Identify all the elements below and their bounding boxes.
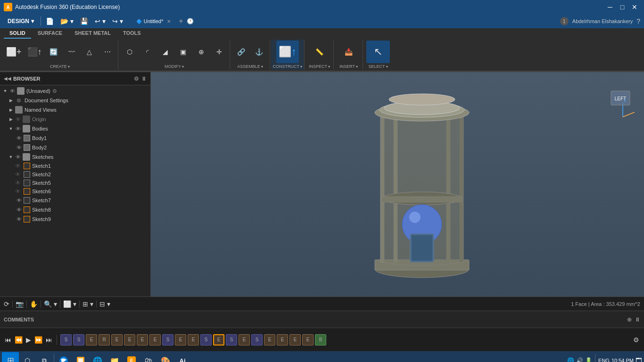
tray-notification-icon[interactable]: 🗔 <box>636 357 642 362</box>
maximize-button[interactable]: □ <box>617 2 628 12</box>
store-button[interactable]: 🛍 <box>140 352 157 362</box>
tree-item-unsaved[interactable]: ▼ 👁 (Unsaved) ⚙ <box>0 86 150 96</box>
modify-combine-button[interactable]: ⊕ <box>193 41 210 63</box>
tray-battery-icon[interactable]: 🔋 <box>585 357 592 362</box>
eye-sketch9-icon[interactable]: 👁 <box>15 215 23 223</box>
inspect-measure-button[interactable]: 📏 <box>311 41 328 63</box>
tl-item-4[interactable]: E <box>111 334 123 346</box>
tree-item-sketch7[interactable]: 👁 Sketch7 <box>0 196 150 205</box>
tab-tools[interactable]: TOOLS <box>117 28 147 39</box>
tl-item-6[interactable]: E <box>137 334 148 346</box>
create-new-component-button[interactable]: ⬜+ <box>4 41 24 63</box>
create-dropdown-icon[interactable]: ▾ <box>68 65 70 69</box>
tree-item-sketch1[interactable]: 👁 Sketch1 <box>0 162 150 170</box>
camera-button[interactable]: 📷 <box>16 300 24 308</box>
tl-item-10[interactable]: E <box>188 334 199 346</box>
assemble-dropdown-icon[interactable]: ▾ <box>261 65 263 69</box>
tl-item-16[interactable]: E <box>264 334 275 346</box>
tree-item-sketch9[interactable]: 👁 Sketch9 <box>0 214 150 224</box>
grid-button[interactable]: ⊞ ▾ <box>83 300 93 308</box>
tl-item-0[interactable]: S <box>60 334 72 346</box>
tl-item-15[interactable]: S <box>251 334 263 346</box>
eye-body2-icon[interactable]: 👁 <box>15 144 23 151</box>
tab-close-icon[interactable]: ✕ <box>167 19 171 24</box>
tl-item-9[interactable]: E <box>175 334 186 346</box>
photos-button[interactable]: 🎨 <box>157 352 174 362</box>
tl-item-5[interactable]: E <box>124 334 135 346</box>
comments-collapse-icon[interactable]: ⏸ <box>635 316 640 323</box>
tab-surface[interactable]: SURFACE <box>32 28 68 39</box>
select-dropdown-icon[interactable]: ▾ <box>386 65 388 69</box>
tl-item-19[interactable]: E <box>302 334 314 346</box>
browser-pin-icon[interactable]: ⏸ <box>141 75 147 82</box>
snap-button[interactable]: ⊟ ▾ <box>99 300 110 308</box>
tree-item-body1[interactable]: 👁 Body1 <box>0 133 150 143</box>
modify-move-button[interactable]: ✛ <box>211 41 228 63</box>
tl-item-14[interactable]: E <box>239 334 250 346</box>
construct-offset-plane-button[interactable]: ⬜↑ <box>276 41 299 63</box>
modify-chamfer-button[interactable]: ◢ <box>157 41 174 63</box>
tl-play-button[interactable]: ▶ <box>25 335 32 345</box>
display-mode-button[interactable]: ⬜ ▾ <box>63 300 76 308</box>
tray-network-icon[interactable]: 🌐 <box>567 357 574 362</box>
select-button[interactable]: ↖ <box>366 41 390 63</box>
browser-collapse-icon[interactable]: ◀◀ <box>4 76 11 81</box>
eye-sketch8-icon[interactable]: 👁 <box>15 206 23 214</box>
minimize-button[interactable]: ─ <box>604 2 616 12</box>
tl-item-1[interactable]: S <box>73 334 84 346</box>
inspect-dropdown-icon[interactable]: ▾ <box>328 65 330 69</box>
expand-unsaved-icon[interactable]: ▼ <box>2 88 8 94</box>
create-more-button[interactable]: ⋯ <box>99 41 116 63</box>
open-button[interactable]: 📂 ▾ <box>58 16 75 26</box>
orbit-display-button[interactable]: ⟳ <box>4 300 9 308</box>
eye-body1-icon[interactable]: 👁 <box>15 134 23 142</box>
fusion-button[interactable]: F <box>123 352 140 362</box>
help-button[interactable]: ? <box>636 17 640 25</box>
tree-item-sketch6[interactable]: 👁 Sketch6 <box>0 187 150 196</box>
tree-item-named-views[interactable]: ▶ Named Views <box>0 105 150 115</box>
tl-item-12[interactable]: E <box>213 334 224 346</box>
zoom-button[interactable]: 🔍 ▾ <box>44 300 57 308</box>
expand-sketches-icon[interactable]: ▼ <box>8 154 14 160</box>
construct-dropdown-icon[interactable]: ▾ <box>300 65 302 69</box>
tl-item-8[interactable]: S <box>162 334 173 346</box>
ai-button[interactable]: Ai <box>174 352 191 362</box>
tree-item-sketches[interactable]: ▼ 👁 Sketches <box>0 152 150 162</box>
eye-unsaved-icon[interactable]: 👁 <box>8 87 16 95</box>
insert-dropdown-icon[interactable]: ▾ <box>356 65 358 69</box>
search-button[interactable]: ⬡ <box>19 352 36 362</box>
close-button[interactable]: ✕ <box>629 2 640 12</box>
modify-dropdown-icon[interactable]: ▾ <box>182 65 184 69</box>
expand-bodies-icon[interactable]: ▼ <box>8 125 14 132</box>
tl-item-18[interactable]: E <box>289 334 301 346</box>
eye-bodies-icon[interactable]: 👁 <box>14 125 22 132</box>
eye-sketch5-icon[interactable]: 👁 <box>15 180 23 186</box>
undo-button[interactable]: ↩ ▾ <box>93 16 107 26</box>
create-loft-button[interactable]: △ <box>81 41 98 63</box>
expand-doc-settings-icon[interactable]: ▶ <box>8 97 14 104</box>
tree-item-origin[interactable]: ▶ 👁 Origin <box>0 115 150 124</box>
insert-mesh-button[interactable]: 📥 <box>340 41 357 63</box>
tree-item-sketch8[interactable]: 👁 Sketch8 <box>0 205 150 214</box>
modify-fillet-button[interactable]: ◜ <box>139 41 156 63</box>
settings-unsaved-icon[interactable]: ⚙ <box>52 88 57 94</box>
eye-origin-icon[interactable]: 👁 <box>14 115 22 123</box>
assemble-asbuilt-button[interactable]: ⚓ <box>251 41 268 63</box>
tl-next-button[interactable]: ⏭ <box>45 335 53 345</box>
redo-button[interactable]: ↪ ▾ <box>110 16 125 26</box>
tl-settings-button[interactable]: ⚙ <box>632 335 640 345</box>
tl-item-13[interactable]: S <box>226 334 237 346</box>
viewport[interactable]: LEFT Z <box>151 72 644 296</box>
assemble-joint-button[interactable]: 🔗 <box>233 41 250 63</box>
tl-item-17[interactable]: E <box>277 334 288 346</box>
tray-volume-icon[interactable]: 🔊 <box>576 357 583 362</box>
tl-item-20[interactable]: B <box>315 334 326 346</box>
tree-item-bodies[interactable]: ▼ 👁 Bodies <box>0 124 150 133</box>
workspace-button[interactable]: DESIGN ▾ <box>4 16 38 26</box>
tab-solid[interactable]: SOLID <box>4 28 31 39</box>
tab-history-button[interactable]: 🕐 <box>187 18 194 25</box>
eye-sketches-icon[interactable]: 👁 <box>14 153 22 161</box>
new-tab-button[interactable]: + <box>177 17 185 25</box>
explorer-button[interactable] <box>72 352 89 362</box>
expand-origin-icon[interactable]: ▶ <box>8 116 14 123</box>
